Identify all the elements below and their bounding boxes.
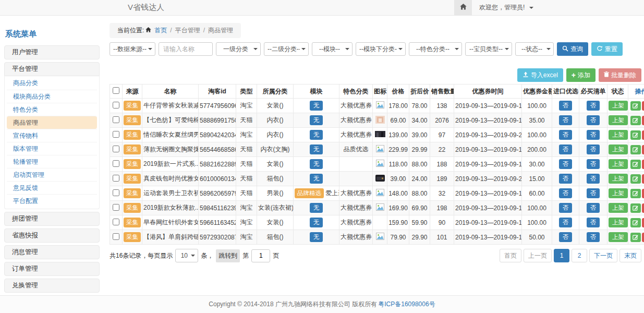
status-button[interactable]: 上架 xyxy=(609,145,628,154)
toggle-must-buy-button[interactable]: 否 xyxy=(587,159,600,169)
toggle-must-buy-button[interactable]: 否 xyxy=(587,130,600,140)
row-checkbox[interactable] xyxy=(113,131,119,138)
edit-button[interactable] xyxy=(630,101,641,111)
row-checkbox[interactable] xyxy=(113,160,119,167)
sidebar-subitem-模块商品分类[interactable]: 模块商品分类 xyxy=(7,90,97,103)
sidebar-subitem-宣传物料[interactable]: 宣传物料 xyxy=(7,129,97,142)
toggle-import-button[interactable]: 否 xyxy=(559,232,573,242)
delete-button[interactable] xyxy=(642,218,644,227)
sidebar-item-用户管理[interactable]: 用户管理 xyxy=(4,45,100,59)
delete-button[interactable] xyxy=(642,130,644,140)
toggle-import-button[interactable]: 否 xyxy=(559,101,573,111)
sidebar-subitem-商品管理[interactable]: 商品管理 xyxy=(7,116,97,129)
delete-button[interactable] xyxy=(642,203,644,213)
jump-page-input[interactable] xyxy=(251,249,270,262)
toggle-must-buy-button[interactable]: 否 xyxy=(587,101,600,111)
page-button-1[interactable]: 1 xyxy=(554,249,569,262)
name-input[interactable] xyxy=(159,42,213,56)
sidebar-subitem-特色分类[interactable]: 特色分类 xyxy=(7,103,97,116)
delete-button[interactable] xyxy=(642,189,644,198)
sidebar-item-平台管理[interactable]: 平台管理 xyxy=(4,62,100,76)
delete-button[interactable] xyxy=(642,174,644,184)
status-button[interactable]: 上架 xyxy=(609,188,628,198)
toggle-must-buy-button[interactable]: 否 xyxy=(587,232,600,242)
status-button[interactable]: 上架 xyxy=(609,218,628,227)
toggle-import-button[interactable]: 否 xyxy=(559,174,573,184)
sidebar-subitem-意见反馈[interactable]: 意见反馈 xyxy=(7,181,97,194)
delete-button[interactable] xyxy=(642,160,644,169)
toggle-import-button[interactable]: 否 xyxy=(559,203,573,213)
sidebar-subitem-商品分类[interactable]: 商品分类 xyxy=(7,77,97,90)
sidebar-subitem-启动页管理[interactable]: 启动页管理 xyxy=(7,168,97,181)
row-checkbox[interactable] xyxy=(113,116,119,123)
status-button[interactable]: 上架 xyxy=(609,232,628,242)
edit-button[interactable] xyxy=(630,130,641,140)
breadcrumb-home-link[interactable]: 首页 xyxy=(154,27,167,34)
row-checkbox[interactable] xyxy=(113,219,119,225)
per-page-select[interactable]: 10 xyxy=(175,249,198,262)
row-checkbox[interactable] xyxy=(113,146,119,152)
select-all-checkbox[interactable] xyxy=(113,87,119,94)
toggle-import-button[interactable]: 否 xyxy=(559,218,573,227)
page-button-上一页[interactable]: 上一页 xyxy=(524,249,552,262)
delete-button[interactable] xyxy=(642,233,644,242)
edit-button[interactable] xyxy=(630,116,641,125)
sidebar-item-消息管理[interactable]: 消息管理 xyxy=(4,245,100,259)
data-source-select[interactable]: --数据来源-- xyxy=(110,42,155,56)
level2-category-select[interactable]: --二级分类-- xyxy=(264,42,309,56)
page-button-下一页[interactable]: 下一页 xyxy=(589,249,617,262)
batch-delete-button[interactable]: 批量删除 xyxy=(599,68,641,82)
module-select[interactable]: --模块-- xyxy=(312,42,353,56)
toggle-must-buy-button[interactable]: 否 xyxy=(587,115,600,125)
sidebar-subitem-轮播管理[interactable]: 轮播管理 xyxy=(7,155,97,168)
module-sub-category-select[interactable]: --模块下分类-- xyxy=(356,42,406,56)
row-checkbox[interactable] xyxy=(113,204,119,211)
status-button[interactable]: 上架 xyxy=(609,130,628,140)
edit-button[interactable] xyxy=(630,203,641,213)
user-menu[interactable]: 欢迎您，管理员! xyxy=(472,3,644,12)
edit-button[interactable] xyxy=(630,145,641,154)
delete-button[interactable] xyxy=(642,116,644,125)
status-button[interactable]: 上架 xyxy=(609,159,628,169)
item-type-select[interactable]: --宝贝类型-- xyxy=(465,42,512,56)
row-checkbox[interactable] xyxy=(113,189,119,196)
status-button[interactable]: 上架 xyxy=(609,203,628,213)
toggle-must-buy-button[interactable]: 否 xyxy=(587,145,600,154)
status-button[interactable]: 上架 xyxy=(609,101,628,111)
search-button[interactable]: 查询 xyxy=(557,42,588,56)
status-button[interactable]: 上架 xyxy=(609,115,628,125)
reset-button[interactable]: 重置 xyxy=(591,42,623,56)
sidebar-subitem-平台配置[interactable]: 平台配置 xyxy=(7,194,97,207)
toggle-must-buy-button[interactable]: 否 xyxy=(587,203,600,213)
import-excel-button[interactable]: 导入excel xyxy=(517,68,563,82)
feature-category-select[interactable]: --特色分类-- xyxy=(409,42,462,56)
toggle-must-buy-button[interactable]: 否 xyxy=(587,188,600,198)
status-select[interactable]: --状态-- xyxy=(515,42,554,56)
sidebar-item-省惠快报[interactable]: 省惠快报 xyxy=(4,228,100,243)
edit-button[interactable] xyxy=(630,174,641,184)
toggle-import-button[interactable]: 否 xyxy=(559,159,573,169)
edit-button[interactable] xyxy=(630,233,641,242)
delete-button[interactable] xyxy=(642,145,644,154)
jump-button[interactable]: 跳转到 xyxy=(216,249,240,262)
toggle-import-button[interactable]: 否 xyxy=(559,130,573,140)
toggle-must-buy-button[interactable]: 否 xyxy=(587,218,600,227)
page-button-2[interactable]: 2 xyxy=(572,249,587,262)
status-button[interactable]: 上架 xyxy=(609,174,628,184)
toggle-import-button[interactable]: 否 xyxy=(559,188,573,198)
add-button[interactable]: + 添加 xyxy=(566,68,596,82)
edit-button[interactable] xyxy=(630,189,641,198)
toggle-import-button[interactable]: 否 xyxy=(559,115,573,125)
sidebar-item-订单管理[interactable]: 订单管理 xyxy=(4,262,100,276)
row-checkbox[interactable] xyxy=(113,102,119,109)
row-checkbox[interactable] xyxy=(113,233,119,240)
toggle-must-buy-button[interactable]: 否 xyxy=(587,174,600,184)
delete-button[interactable] xyxy=(642,101,644,111)
sidebar-item-拼团管理[interactable]: 拼团管理 xyxy=(4,212,100,226)
toggle-import-button[interactable]: 否 xyxy=(559,145,573,154)
edit-button[interactable] xyxy=(630,218,641,227)
page-button-末页[interactable]: 末页 xyxy=(619,249,641,262)
sidebar-item-兑换管理[interactable]: 兑换管理 xyxy=(4,279,100,293)
home-button[interactable] xyxy=(454,0,472,15)
icp-link[interactable]: 粤ICP备16098006号 xyxy=(378,300,435,309)
